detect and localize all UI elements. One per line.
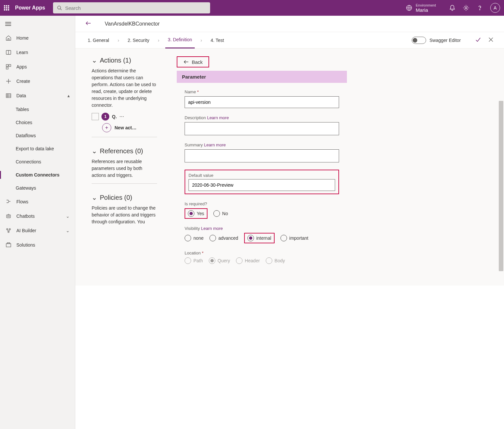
nav-dataflows[interactable]: Dataflows <box>0 129 75 142</box>
summary-label: Summary Learn more <box>185 142 339 147</box>
default-value-highlight: Default value <box>185 170 339 194</box>
chevron-right-icon: › <box>117 38 119 43</box>
back-arrow-icon[interactable] <box>85 20 92 28</box>
nav-data[interactable]: Data▴ <box>0 88 75 103</box>
svg-point-6 <box>479 9 480 10</box>
nav-flows[interactable]: Flows <box>0 195 75 209</box>
action-item[interactable]: 1 Q. ⋯ <box>92 113 157 121</box>
nav-create[interactable]: Create <box>0 74 75 88</box>
location-label: Location * <box>185 251 339 255</box>
swagger-toggle[interactable] <box>412 37 426 44</box>
name-label: Name * <box>185 89 339 94</box>
nav-custom-connectors[interactable]: Custom Connectors <box>0 168 75 181</box>
search-input[interactable] <box>65 5 206 11</box>
svg-rect-14 <box>6 94 11 98</box>
radio-visibility-none[interactable]: none <box>185 235 204 241</box>
svg-rect-11 <box>6 67 8 69</box>
chevron-down-icon: ⌄ <box>92 194 97 201</box>
environment-picker[interactable]: Environment Maria <box>406 3 436 13</box>
description-label: Description Learn more <box>185 115 339 120</box>
nav-gateways[interactable]: Gateways <box>0 181 75 195</box>
name-input[interactable] <box>185 96 339 108</box>
search-box[interactable] <box>53 2 210 13</box>
radio-visibility-internal[interactable]: internal <box>247 235 271 241</box>
learn-more-link[interactable]: Learn more <box>201 226 223 231</box>
environment-label: Environment <box>416 3 436 7</box>
step-general[interactable]: 1. General <box>85 32 112 48</box>
svg-rect-28 <box>7 243 10 244</box>
radio-location-body: Body <box>266 257 285 264</box>
policies-section-header[interactable]: ⌄ Policies (0) <box>92 194 157 201</box>
environment-name: Maria <box>416 7 436 13</box>
visibility-internal-highlight: internal <box>244 233 275 243</box>
svg-rect-18 <box>7 215 10 218</box>
left-nav: Home Learn Apps Create Data▴ Tables Choi… <box>0 16 75 429</box>
svg-point-0 <box>58 6 61 9</box>
swagger-label: Swagger Editor <box>429 38 461 43</box>
bell-icon[interactable] <box>449 5 456 11</box>
avatar[interactable]: A <box>490 3 500 13</box>
summary-input[interactable] <box>185 149 339 162</box>
learn-more-link[interactable]: Learn more <box>207 115 229 120</box>
nav-tables[interactable]: Tables <box>0 103 75 116</box>
page-title: VanArsdelKBConnector <box>105 21 160 27</box>
app-launcher-icon[interactable] <box>4 5 9 10</box>
chevron-right-icon: › <box>158 38 159 43</box>
action-label: Q. <box>112 114 117 119</box>
action-badge: 1 <box>101 113 109 121</box>
search-icon <box>57 5 62 10</box>
required-yes-highlight: Yes <box>185 208 207 219</box>
radio-required-no[interactable]: No <box>213 210 228 217</box>
required-label: Is required? <box>185 201 339 206</box>
plus-icon: + <box>102 123 111 132</box>
actions-section-header[interactable]: ⌄ Actions (1) <box>92 56 157 64</box>
chevron-down-icon: ⌄ <box>92 147 97 155</box>
svg-rect-10 <box>9 65 11 66</box>
scrollbar[interactable] <box>499 101 503 271</box>
nav-solutions[interactable]: Solutions <box>0 238 75 252</box>
nav-learn[interactable]: Learn <box>0 45 75 60</box>
radio-required-yes[interactable]: Yes <box>188 210 204 217</box>
chevron-down-icon: ⌄ <box>66 228 70 233</box>
radio-visibility-important[interactable]: important <box>280 235 308 241</box>
nav-chatbots[interactable]: Chatbots⌄ <box>0 209 75 223</box>
nav-connections[interactable]: Connections <box>0 155 75 168</box>
nav-choices[interactable]: Choices <box>0 116 75 129</box>
close-icon[interactable] <box>488 36 494 44</box>
svg-point-19 <box>8 216 8 216</box>
description-input[interactable] <box>185 122 339 135</box>
svg-line-1 <box>60 9 62 10</box>
back-button[interactable]: Back <box>177 56 209 67</box>
svg-point-20 <box>9 216 9 216</box>
nav-home[interactable]: Home <box>0 31 75 45</box>
action-checkbox[interactable] <box>92 113 99 120</box>
help-icon[interactable] <box>477 5 483 11</box>
chevron-right-icon: › <box>201 38 202 43</box>
chevron-down-icon: ⌄ <box>92 56 97 64</box>
globe-icon <box>406 5 412 11</box>
nav-apps[interactable]: Apps <box>0 60 75 74</box>
more-icon[interactable]: ⋯ <box>119 114 124 119</box>
svg-point-24 <box>8 231 9 233</box>
new-action-button[interactable]: + New act… <box>102 123 157 132</box>
step-security[interactable]: 2. Security <box>125 32 152 48</box>
policies-description: Policies are used to change the behavior… <box>92 205 157 225</box>
step-definition[interactable]: 3. Definition <box>165 32 195 48</box>
gear-icon[interactable] <box>463 5 469 11</box>
nav-export[interactable]: Export to data lake <box>0 142 75 155</box>
references-description: References are reusable parameters used … <box>92 158 157 179</box>
radio-location-header: Header <box>236 257 260 264</box>
hamburger-icon[interactable] <box>0 17 75 31</box>
radio-visibility-advanced[interactable]: advanced <box>209 235 238 241</box>
check-icon[interactable] <box>475 36 482 44</box>
default-value-input[interactable] <box>189 179 335 191</box>
references-section-header[interactable]: ⌄ References (0) <box>92 147 157 155</box>
radio-location-path: Path <box>185 257 203 264</box>
svg-rect-27 <box>6 244 11 247</box>
step-test[interactable]: 4. Test <box>208 32 226 48</box>
chevron-up-icon: ▴ <box>67 93 70 98</box>
svg-line-25 <box>8 230 8 231</box>
learn-more-link[interactable]: Learn more <box>204 142 225 147</box>
nav-ai-builder[interactable]: AI Builder⌄ <box>0 223 75 238</box>
parameter-section-title: Parameter <box>177 71 347 83</box>
